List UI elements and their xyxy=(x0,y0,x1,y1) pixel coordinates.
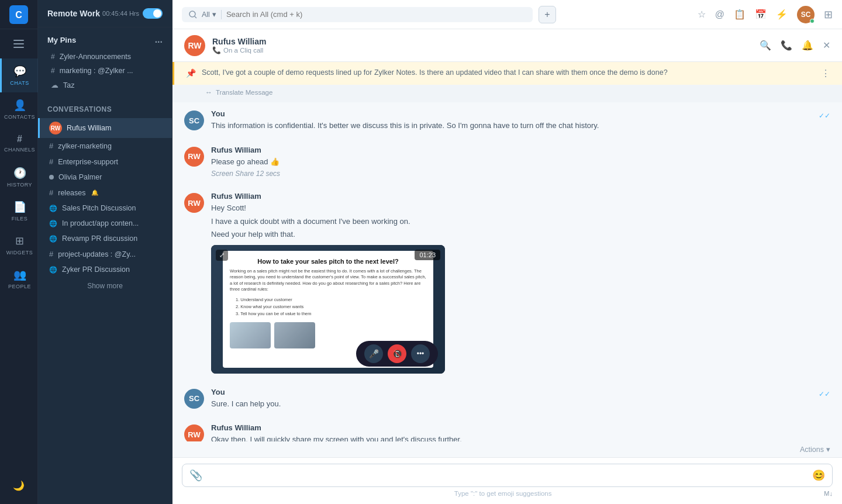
user-avatar[interactable]: SC xyxy=(797,6,815,23)
pinned-message-bar: 📌 Scott, I've got a couple of demo reque… xyxy=(172,62,842,85)
search-container: All ▾ xyxy=(182,7,533,22)
globe-icon: 🌐 xyxy=(49,235,57,243)
pin-item-3[interactable]: ☁ Taz xyxy=(47,78,163,92)
conv-item-zylker-marketing[interactable]: # zylker-marketing xyxy=(38,138,172,154)
pinned-message-more-icon[interactable]: ⋮ xyxy=(821,68,830,79)
message-text-input[interactable] xyxy=(208,471,806,480)
conv-item-enterprise-support[interactable]: # Enterprise-support xyxy=(38,154,172,170)
pins-more-button[interactable]: ... xyxy=(155,34,163,45)
screen-doc-body: Working on a sales pitch might not be th… xyxy=(230,268,426,293)
nav-item-history[interactable]: 🕐 HISTORY xyxy=(0,160,38,194)
message-group-5: RW Rufus William Okay then. I will quick… xyxy=(172,416,842,441)
status-toggle[interactable] xyxy=(143,8,163,19)
offline-dot xyxy=(49,175,54,179)
pin-item-1[interactable]: # Zyler-Announcements xyxy=(47,50,163,64)
apps-grid-icon[interactable]: ⊞ xyxy=(824,8,833,21)
call-button[interactable]: 📞 xyxy=(781,40,792,51)
nav-item-widgets[interactable]: ⊞ WIDGETS xyxy=(0,228,38,262)
hash-icon: # xyxy=(51,67,55,75)
call-timer-label: 01:23 xyxy=(415,250,440,260)
lightning-icon[interactable]: ⚡ xyxy=(776,9,788,20)
message-sender-2: Rufus William xyxy=(211,146,261,154)
icon-rail: C 💬 CHATS 👤 CONTACTS # CHANNELS 🕐 HISTOR… xyxy=(0,0,38,504)
topbar-actions: ☆ @ 📋 📅 ⚡ SC ⊞ xyxy=(698,6,833,23)
message-content-5: Rufus William Okay then. I will quickly … xyxy=(211,423,830,441)
nav-item-people[interactable]: 👥 PEOPLE xyxy=(0,262,38,296)
conv-item-olivia-palmer[interactable]: Olivia Palmer xyxy=(38,170,172,185)
svg-rect-2 xyxy=(13,40,24,41)
nav-item-channels[interactable]: # CHANNELS xyxy=(0,126,38,160)
close-chat-icon[interactable]: ✕ xyxy=(823,40,830,51)
chat-header: RW Rufus William 📞 On a Cliq call 🔍 📞 🔔 … xyxy=(172,29,842,62)
calendar-icon[interactable]: 📅 xyxy=(755,9,767,20)
message-text-2: Please go ahead 👍 xyxy=(211,156,830,168)
call-more-options-button[interactable]: ••• xyxy=(411,344,430,363)
search-scope-selector[interactable]: All ▾ xyxy=(202,10,216,19)
message-text-4: Sure. I can help you. xyxy=(211,398,812,410)
conv-item-sales-pitch[interactable]: 🌐 Sales Pitch Discussion xyxy=(38,201,172,216)
document-icon[interactable]: 📋 xyxy=(734,9,746,20)
search-chat-icon[interactable]: 🔍 xyxy=(760,40,771,51)
message-content-4: You Sure. I can help you. xyxy=(211,388,812,410)
pin-item-2[interactable]: # marketing : @Zylker ... xyxy=(47,64,163,78)
screen-share-card: How to take your sales pitch to the next… xyxy=(211,245,445,374)
notification-bell-icon[interactable]: 🔔 xyxy=(802,40,813,51)
nav-item-chats[interactable]: 💬 CHATS xyxy=(0,58,38,92)
people-icon: 👥 xyxy=(13,268,26,281)
nav-item-files[interactable]: 📄 FILES xyxy=(0,194,38,228)
conv-item-product-app[interactable]: 🌐 In product/app conten... xyxy=(38,216,172,231)
workspace-name: Remote Work xyxy=(47,9,100,18)
message-content-2: Rufus William Please go ahead 👍 Screen S… xyxy=(211,146,830,178)
new-item-button[interactable]: + xyxy=(539,6,556,23)
mute-microphone-button[interactable]: 🎤 xyxy=(364,344,383,363)
hash-icon: # xyxy=(49,250,53,258)
search-divider xyxy=(221,10,222,19)
message-avatar-rufus-3: RW xyxy=(184,193,204,213)
conv-label-8: Revamp PR discussion xyxy=(62,234,137,243)
mention-icon[interactable]: @ xyxy=(715,9,724,20)
conv-label-10: Zyker PR Discussion xyxy=(62,265,130,274)
search-input[interactable] xyxy=(226,10,526,19)
svg-rect-3 xyxy=(13,43,24,44)
conv-item-revamp-pr[interactable]: 🌐 Revamp PR discussion xyxy=(38,231,172,246)
pin-label-3: Taz xyxy=(63,81,74,89)
conv-item-zyker-pr[interactable]: 🌐 Zyker PR Discussion xyxy=(38,262,172,277)
translate-bar: ↔ Translate Message xyxy=(172,85,842,102)
hint-label: Type ":" to get emoji suggestions xyxy=(454,490,552,497)
message-avatar-you: SC xyxy=(184,111,204,130)
attach-file-button[interactable]: 📎 xyxy=(189,469,202,482)
message-input-area: 📎 😊 Type ":" to get emoji suggestions M↓ xyxy=(172,457,842,504)
conv-label-6: Sales Pitch Discussion xyxy=(62,204,136,212)
star-icon[interactable]: ☆ xyxy=(698,9,706,20)
message-content-3: Rufus William Hey Scott! I have a quick … xyxy=(211,192,830,374)
timer-value: 00:45:44 Hrs xyxy=(102,10,139,17)
svg-line-6 xyxy=(195,16,196,18)
show-more-button[interactable]: Show more xyxy=(38,277,172,295)
conv-item-project-updates[interactable]: # project-updates : @Zy... xyxy=(38,246,172,262)
conv-label-rufus: Rufus William xyxy=(67,124,111,132)
end-call-button[interactable]: 📵 xyxy=(388,344,406,363)
emoji-picker-button[interactable]: 😊 xyxy=(812,469,825,482)
chat-contact-name: Rufus William xyxy=(212,37,753,46)
history-icon: 🕐 xyxy=(13,167,26,179)
conv-label-4: Olivia Palmer xyxy=(58,173,102,181)
conv-item-releases[interactable]: # releases 🔔 xyxy=(38,185,172,201)
rail-bottom-section: 🌙 xyxy=(7,474,30,504)
hamburger-menu-button[interactable] xyxy=(0,29,38,58)
chat-header-actions: 🔍 📞 🔔 ✕ xyxy=(760,40,830,51)
message-avatar-you-4: SC xyxy=(184,389,204,409)
conv-item-rufus-william[interactable]: RW Rufus William xyxy=(38,118,172,138)
releases-bell-icon: 🔔 xyxy=(91,189,98,196)
nav-item-contacts[interactable]: 👤 CONTACTS xyxy=(0,92,38,126)
message-group-1: SC You This information is confidential.… xyxy=(172,102,842,139)
svg-rect-4 xyxy=(13,47,24,48)
theme-toggle-button[interactable]: 🌙 xyxy=(7,474,30,497)
pins-title: My Pins xyxy=(47,36,76,44)
actions-dropdown-button[interactable]: Actions ▾ xyxy=(800,445,830,454)
message-sender-3: Rufus William xyxy=(211,192,261,201)
topbar: All ▾ + ☆ @ 📋 📅 ⚡ SC ⊞ xyxy=(172,0,842,29)
app-logo: C xyxy=(0,0,38,29)
screen-share-preview: How to take your sales pitch to the next… xyxy=(211,245,445,374)
expand-screen-button[interactable]: ⤢ xyxy=(216,250,228,261)
messages-area: 📌 Scott, I've got a couple of demo reque… xyxy=(172,62,842,441)
